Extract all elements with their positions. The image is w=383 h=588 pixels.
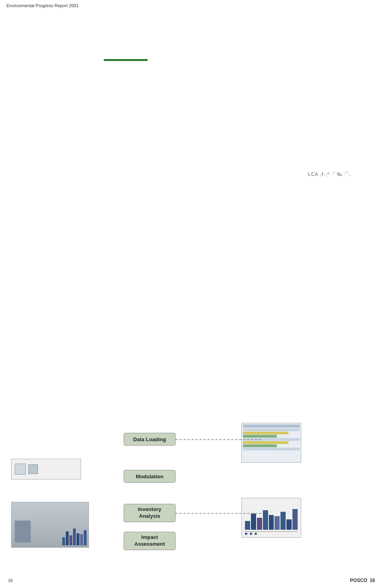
chart-dl-header-bar	[243, 424, 300, 428]
modulation-label: Modulation	[136, 474, 163, 479]
inv-cbar-1	[245, 521, 250, 530]
inv-chart-legend	[243, 532, 299, 536]
legend-dot-2	[250, 533, 252, 535]
impact-assessment-button[interactable]: ImpactAssessment	[124, 532, 176, 550]
chart-row-3	[243, 435, 277, 438]
inv-building2	[32, 529, 42, 543]
inventory-analysis-label: InventoryAnalysis	[138, 506, 162, 520]
inv-chart-bars-area	[245, 500, 298, 532]
inv-bar-1	[62, 537, 65, 545]
lca-text: LCA ,f-,^ ·˜ ‰ ·˜·.	[308, 172, 351, 177]
chart-row-1	[243, 428, 300, 431]
inv-chart-content	[242, 498, 301, 537]
modulation-icon-1	[15, 464, 26, 475]
inv-bar-5	[77, 533, 79, 545]
legend-dot-1	[245, 533, 247, 535]
page-header: Environmental Progress Report 2001	[0, 3, 383, 8]
inv-bars	[62, 529, 87, 545]
footer-company: POSCO 16	[350, 578, 375, 583]
inv-bar-4	[73, 529, 76, 545]
footer-page-right: 16	[370, 578, 375, 583]
inv-cbar-5	[269, 515, 274, 530]
data-loading-screenshot	[241, 423, 301, 463]
footer-company-name: POSCO	[350, 578, 367, 583]
inv-building	[15, 521, 31, 543]
page-footer: 16 POSCO 16	[0, 578, 383, 583]
legend-dot-3	[255, 533, 257, 535]
inv-cbar-4	[263, 510, 268, 530]
inv-bar-3	[69, 535, 72, 545]
inv-cbar-3	[257, 518, 262, 530]
header-title: Environmental Progress Report 2001	[6, 3, 79, 8]
inventory-inner	[12, 502, 89, 547]
inv-cbar-8	[286, 519, 292, 530]
chart-row-6	[243, 444, 277, 447]
chart-dl-content	[242, 423, 301, 462]
inv-cbar-7	[280, 512, 286, 530]
inv-bar-7	[84, 530, 87, 545]
data-loading-label: Data Loading	[133, 436, 166, 442]
dashed-line-inventory	[176, 513, 261, 514]
dashed-line-data-loading	[176, 439, 261, 440]
inv-bar-6	[80, 534, 83, 545]
footer-page-left: 16	[8, 578, 13, 583]
data-loading-button[interactable]: Data Loading	[124, 433, 176, 446]
modulation-screenshot	[11, 459, 81, 479]
modulation-icon-2	[28, 464, 38, 474]
inventory-screenshot	[11, 502, 89, 548]
inv-cbar-2	[251, 513, 256, 530]
impact-assessment-label: ImpactAssessment	[134, 534, 165, 548]
inv-bar-2	[66, 531, 69, 545]
inventory-chart-screenshot	[241, 498, 301, 538]
chart-row-7	[243, 448, 300, 450]
modulation-button[interactable]: Modulation	[124, 470, 176, 483]
chart-row-2	[243, 432, 288, 434]
inventory-analysis-button[interactable]: InventoryAnalysis	[124, 504, 176, 522]
chart-row-5	[243, 441, 288, 444]
inv-cbar-9	[292, 509, 298, 530]
inv-cbar-6	[274, 516, 280, 530]
green-bar-decoration	[104, 59, 148, 61]
